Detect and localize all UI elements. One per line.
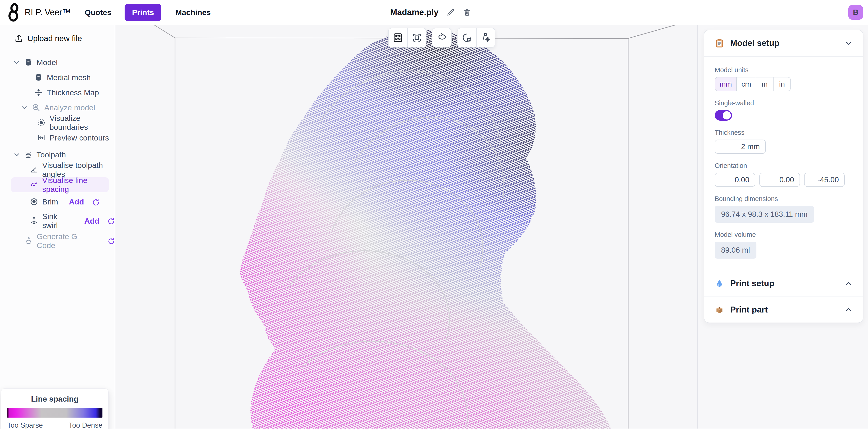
chevron-up-icon bbox=[845, 306, 852, 314]
gcode-coil-icon bbox=[24, 237, 33, 245]
fit-view-button[interactable] bbox=[407, 28, 426, 47]
sidebar-item-label: Visualise line spacing bbox=[42, 176, 109, 194]
refresh-sink-swirl-icon[interactable] bbox=[106, 217, 115, 225]
model-units-label: Model units bbox=[715, 66, 852, 74]
legend-right-label: Too Dense bbox=[69, 421, 102, 429]
sidebar-item-medial-mesh[interactable]: Medial mesh bbox=[0, 70, 115, 85]
section-title: Model setup bbox=[730, 38, 779, 48]
model-volume-value: 89.06 ml bbox=[715, 242, 756, 259]
sink-swirl-icon bbox=[30, 217, 38, 225]
model-3d-viewport[interactable] bbox=[115, 25, 697, 429]
chevron-down-icon[interactable] bbox=[21, 104, 28, 111]
sidebar-item-brim[interactable]: Brim Add bbox=[0, 194, 115, 209]
section-model-setup[interactable]: Model setup bbox=[704, 30, 863, 56]
fullscreen-icon bbox=[393, 32, 403, 43]
orientation-z-input[interactable] bbox=[804, 173, 845, 187]
add-sink-swirl-button[interactable]: Add bbox=[85, 217, 99, 226]
line-spacing-legend: Line spacing Too Sparse Too Dense bbox=[1, 388, 108, 429]
refresh-brim-icon[interactable] bbox=[91, 197, 100, 206]
line-spacing-gradient bbox=[7, 408, 102, 418]
upload-label: Upload new file bbox=[27, 34, 82, 43]
nav-link-machines[interactable]: Machines bbox=[176, 8, 211, 17]
unit-mm-button[interactable]: mm bbox=[715, 78, 736, 91]
droplet-icon bbox=[715, 279, 724, 288]
orientation-y-input[interactable] bbox=[760, 173, 800, 187]
delete-file-icon[interactable] bbox=[463, 8, 471, 17]
sidebar-item-visualize-boundaries[interactable]: Visualize boundaries bbox=[0, 115, 115, 130]
sidebar-item-label: Preview contours bbox=[50, 134, 109, 142]
upload-icon bbox=[14, 34, 23, 43]
unit-cm-button[interactable]: cm bbox=[736, 78, 756, 91]
sidebar: Upload new file Model Medial mesh Thi bbox=[0, 25, 115, 429]
sidebar-item-model[interactable]: Model bbox=[0, 55, 115, 70]
sidebar-item-analyze-model[interactable]: Analyze model bbox=[0, 100, 115, 115]
section-view-button[interactable] bbox=[458, 28, 476, 47]
avatar[interactable]: B bbox=[848, 5, 863, 20]
upload-new-file-button[interactable]: Upload new file bbox=[14, 34, 115, 43]
analyze-magnifier-icon bbox=[32, 103, 40, 112]
sidebar-item-label: Model bbox=[36, 58, 58, 67]
file-title: Madame.ply bbox=[390, 7, 439, 17]
model-3d-scene bbox=[115, 25, 697, 429]
chevron-down-icon[interactable] bbox=[13, 59, 20, 66]
coil-icon bbox=[24, 150, 33, 159]
brand[interactable]: RLP. Veer™ bbox=[7, 3, 70, 22]
line-spacing-gauge-icon bbox=[30, 180, 38, 189]
sidebar-item-label: Generate G-Code bbox=[37, 232, 93, 250]
sidebar-item-label: Toolpath bbox=[36, 150, 66, 159]
single-walled-toggle[interactable] bbox=[715, 110, 732, 121]
single-walled-label: Single-walled bbox=[715, 99, 852, 107]
section-view-icon bbox=[462, 32, 472, 43]
chevron-up-icon bbox=[845, 280, 852, 287]
brand-name: RLP. Veer™ bbox=[25, 7, 70, 17]
rotate-view-button[interactable] bbox=[432, 28, 451, 47]
bounding-dimensions-label: Bounding dimensions bbox=[715, 195, 852, 203]
move-point-button[interactable] bbox=[476, 28, 495, 47]
package-icon bbox=[715, 305, 724, 315]
sidebar-item-label: Visualize boundaries bbox=[50, 114, 115, 132]
orientation-label: Orientation bbox=[715, 162, 852, 170]
unit-in-button[interactable]: in bbox=[773, 78, 790, 91]
clipboard-icon bbox=[715, 38, 724, 48]
sidebar-item-label: Thickness Map bbox=[47, 88, 99, 97]
boundaries-icon bbox=[37, 118, 45, 127]
model-volume-label: Model volume bbox=[715, 231, 852, 238]
sidebar-item-sink-swirl[interactable]: Sink swirl Add bbox=[0, 213, 115, 228]
viewport-toolbar bbox=[388, 28, 495, 48]
sidebar-item-generate-gcode[interactable]: Generate G-Code bbox=[0, 233, 115, 249]
fit-view-icon bbox=[412, 32, 422, 43]
legend-title: Line spacing bbox=[7, 395, 102, 403]
section-title: Print part bbox=[730, 305, 768, 315]
add-brim-button[interactable]: Add bbox=[69, 197, 84, 206]
model-units-segmented: mm cm m in bbox=[715, 77, 791, 91]
sidebar-item-thickness-map[interactable]: Thickness Map bbox=[0, 85, 115, 100]
sidebar-item-toolpath[interactable]: Toolpath bbox=[0, 147, 115, 162]
unit-m-button[interactable]: m bbox=[756, 78, 773, 91]
settings-panel: Model setup Model units mm cm m in Singl… bbox=[697, 25, 868, 429]
section-print-part[interactable]: Print part bbox=[704, 296, 863, 322]
chevron-down-icon[interactable] bbox=[13, 151, 20, 158]
contours-width-icon bbox=[37, 134, 45, 142]
nav-link-prints[interactable]: Prints bbox=[125, 4, 161, 21]
thickness-input[interactable] bbox=[715, 140, 766, 154]
refresh-gcode-icon[interactable] bbox=[107, 237, 115, 245]
orientation-x-input[interactable] bbox=[715, 173, 755, 187]
model-setup-body: Model units mm cm m in Single-walled Thi… bbox=[704, 56, 863, 270]
section-print-setup[interactable]: Print setup bbox=[704, 270, 863, 296]
top-nav: RLP. Veer™ Quotes Prints Machines Madame… bbox=[0, 0, 868, 25]
cylinder-icon bbox=[24, 58, 33, 67]
thickness-label: Thickness bbox=[715, 129, 852, 136]
sidebar-item-visualise-toolpath-angles[interactable]: Visualise toolpath angles bbox=[0, 162, 115, 177]
rotate-icon bbox=[436, 32, 447, 43]
bounding-dimensions-value: 96.74 x 98.3 x 183.11 mm bbox=[715, 206, 814, 223]
sidebar-item-preview-contours[interactable]: Preview contours bbox=[0, 130, 115, 145]
sidebar-item-label: Brim bbox=[42, 197, 58, 206]
fullscreen-button[interactable] bbox=[389, 28, 407, 47]
toolpath-head-model bbox=[115, 25, 697, 429]
edit-title-icon[interactable] bbox=[446, 8, 455, 17]
sidebar-item-visualise-line-spacing[interactable]: Visualise line spacing bbox=[11, 177, 109, 192]
brim-icon bbox=[30, 197, 38, 206]
nav-link-quotes[interactable]: Quotes bbox=[85, 8, 111, 17]
logo-icon bbox=[7, 3, 21, 22]
cylinder-icon bbox=[34, 73, 43, 82]
